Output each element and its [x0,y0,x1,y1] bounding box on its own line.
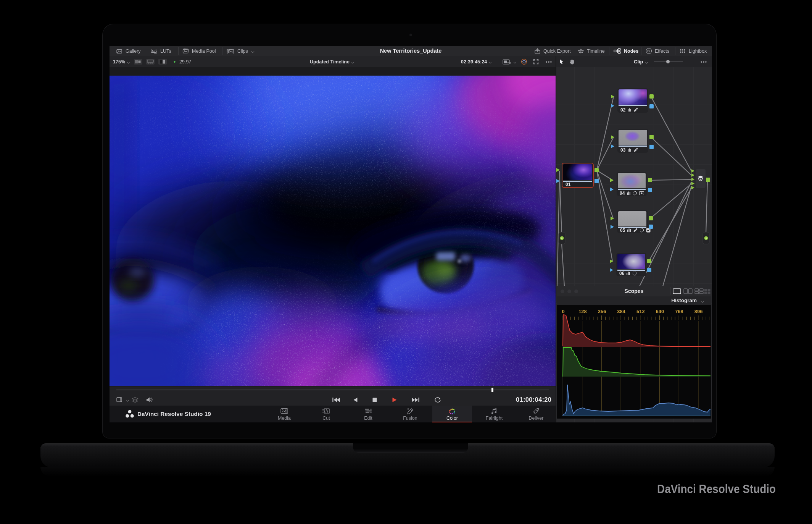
svg-text:384: 384 [617,309,625,314]
svg-text:128: 128 [578,309,587,314]
svg-text:768: 768 [675,309,683,314]
svg-text:640: 640 [656,309,664,314]
svg-text:896: 896 [694,309,703,314]
svg-text:HQ: HQ [508,61,511,63]
svg-text:256: 256 [598,309,606,314]
svg-text:0: 0 [562,309,564,314]
svg-text:512: 512 [636,309,645,314]
